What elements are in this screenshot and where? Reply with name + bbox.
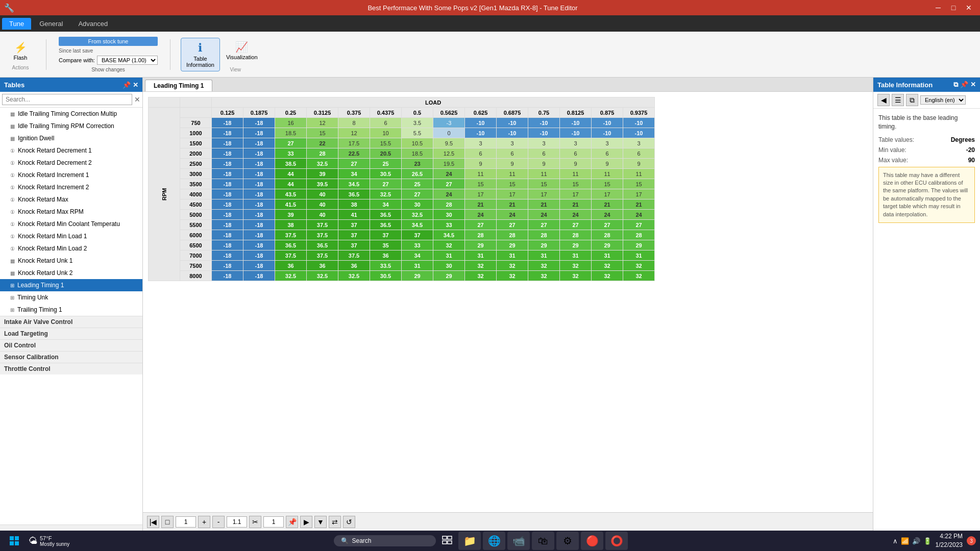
- cell-7500-13[interactable]: 32: [623, 261, 655, 271]
- cell-5500-9[interactable]: 27: [497, 220, 528, 230]
- cell-2000-12[interactable]: 6: [592, 148, 623, 159]
- cell-1000-12[interactable]: -10: [592, 128, 623, 138]
- cell-3000-2[interactable]: 44: [275, 169, 307, 179]
- cell-6500-9[interactable]: 29: [497, 240, 528, 251]
- sidebar-item-idle-trailing-correction[interactable]: ▦ Idle Trailing Timing Correction Multip: [0, 108, 142, 120]
- sidebar-item-leading-timing-1[interactable]: ⊞ Leading Timing 1: [0, 279, 142, 291]
- menu-tab-advanced[interactable]: Advanced: [71, 18, 115, 30]
- cell-2500-5[interactable]: 25: [370, 159, 402, 169]
- menu-tab-tune[interactable]: Tune: [2, 18, 31, 30]
- cell-6500-12[interactable]: 29: [592, 240, 623, 251]
- cell-2000-8[interactable]: 6: [465, 148, 497, 159]
- rp-copy-button[interactable]: ⧉: [906, 94, 918, 106]
- cell-7500-12[interactable]: 32: [592, 261, 623, 271]
- cell-4500-13[interactable]: 21: [623, 199, 655, 210]
- cell-7000-9[interactable]: 31: [497, 251, 528, 261]
- cell-3500-10[interactable]: 15: [528, 179, 560, 189]
- cell-2500-8[interactable]: 9: [465, 159, 497, 169]
- cell-750-10[interactable]: -10: [528, 118, 560, 128]
- cell-6000-9[interactable]: 28: [497, 230, 528, 240]
- cell-3000-12[interactable]: 11: [592, 169, 623, 179]
- cell-2500-9[interactable]: 9: [497, 159, 528, 169]
- rotate-button[interactable]: ↺: [343, 516, 355, 528]
- cell-2500-6[interactable]: 23: [402, 159, 433, 169]
- cell-2500-2[interactable]: 38.5: [275, 159, 307, 169]
- cell-7000-13[interactable]: 31: [623, 251, 655, 261]
- cell-3000-4[interactable]: 34: [338, 169, 370, 179]
- sidebar-item-ignition-dwell[interactable]: ▦ Ignition Dwell: [0, 132, 142, 144]
- language-select[interactable]: English (en): [920, 95, 966, 105]
- cell-5000-3[interactable]: 40: [307, 210, 338, 220]
- cell-6000-6[interactable]: 37: [402, 230, 433, 240]
- cell-6000-5[interactable]: 37: [370, 230, 402, 240]
- table-information-button[interactable]: ℹ TableInformation: [181, 38, 220, 71]
- cell-7000-1[interactable]: -18: [243, 251, 275, 261]
- cell-4000-0[interactable]: -18: [212, 189, 243, 199]
- cell-8000-1[interactable]: -18: [243, 271, 275, 281]
- sidebar-item-idle-trailing-rpm[interactable]: ▦ Idle Trailing Timing RPM Correction: [0, 120, 142, 132]
- cell-2000-0[interactable]: -18: [212, 148, 243, 159]
- cell-1000-9[interactable]: -10: [497, 128, 528, 138]
- cell-6500-6[interactable]: 33: [402, 240, 433, 251]
- taskbar-search-box[interactable]: 🔍 Search: [334, 535, 436, 546]
- cell-750-4[interactable]: 8: [338, 118, 370, 128]
- prev-page-button[interactable]: □: [161, 516, 174, 528]
- cell-5000-5[interactable]: 36.5: [370, 210, 402, 220]
- cell-1500-2[interactable]: 27: [275, 138, 307, 148]
- sidebar-item-knock-increment-2[interactable]: ① Knock Retard Increment 2: [0, 181, 142, 193]
- cell-8000-8[interactable]: 32: [465, 271, 497, 281]
- search-input[interactable]: [2, 94, 132, 105]
- cell-5000-11[interactable]: 24: [560, 210, 592, 220]
- cell-5500-13[interactable]: 27: [623, 220, 655, 230]
- cell-3500-8[interactable]: 15: [465, 179, 497, 189]
- sidebar-item-knock-increment-1[interactable]: ① Knock Retard Increment 1: [0, 169, 142, 181]
- cell-2000-13[interactable]: 6: [623, 148, 655, 159]
- cell-6000-10[interactable]: 28: [528, 230, 560, 240]
- cell-5500-4[interactable]: 37: [338, 220, 370, 230]
- cell-2000-4[interactable]: 22.5: [338, 148, 370, 159]
- cell-1000-6[interactable]: 5.5: [402, 128, 433, 138]
- cell-6500-7[interactable]: 32: [433, 240, 465, 251]
- cell-2500-3[interactable]: 32.5: [307, 159, 338, 169]
- cell-1500-3[interactable]: 22: [307, 138, 338, 148]
- cell-8000-11[interactable]: 32: [560, 271, 592, 281]
- cell-2000-9[interactable]: 6: [497, 148, 528, 159]
- cell-4500-6[interactable]: 30: [402, 199, 433, 210]
- cell-3500-7[interactable]: 27: [433, 179, 465, 189]
- menu-tab-general[interactable]: General: [32, 18, 70, 30]
- cell-7000-5[interactable]: 36: [370, 251, 402, 261]
- cell-4000-6[interactable]: 27: [402, 189, 433, 199]
- cell-3000-5[interactable]: 30.5: [370, 169, 402, 179]
- cell-6500-8[interactable]: 29: [465, 240, 497, 251]
- cell-6000-13[interactable]: 28: [623, 230, 655, 240]
- cell-2500-13[interactable]: 9: [623, 159, 655, 169]
- cell-7500-9[interactable]: 32: [497, 261, 528, 271]
- cell-4500-5[interactable]: 34: [370, 199, 402, 210]
- cell-750-3[interactable]: 12: [307, 118, 338, 128]
- cell-2000-6[interactable]: 18.5: [402, 148, 433, 159]
- minimize-button[interactable]: ─: [931, 1, 945, 15]
- cell-4500-2[interactable]: 41.5: [275, 199, 307, 210]
- cell-6000-3[interactable]: 37.5: [307, 230, 338, 240]
- cell-7500-1[interactable]: -18: [243, 261, 275, 271]
- cell-6500-1[interactable]: -18: [243, 240, 275, 251]
- cell-3000-6[interactable]: 26.5: [402, 169, 433, 179]
- cell-3000-3[interactable]: 39: [307, 169, 338, 179]
- cell-1000-2[interactable]: 18.5: [275, 128, 307, 138]
- cell-8000-6[interactable]: 29: [402, 271, 433, 281]
- cell-7000-12[interactable]: 31: [592, 251, 623, 261]
- cell-3500-5[interactable]: 27: [370, 179, 402, 189]
- cell-8000-3[interactable]: 32.5: [307, 271, 338, 281]
- cell-4500-4[interactable]: 38: [338, 199, 370, 210]
- cell-7000-7[interactable]: 31: [433, 251, 465, 261]
- cell-750-11[interactable]: -10: [560, 118, 592, 128]
- cell-5500-5[interactable]: 36.5: [370, 220, 402, 230]
- cell-5500-11[interactable]: 27: [560, 220, 592, 230]
- cell-4500-1[interactable]: -18: [243, 199, 275, 210]
- cell-7500-2[interactable]: 36: [275, 261, 307, 271]
- cell-7000-2[interactable]: 37.5: [275, 251, 307, 261]
- cell-7000-10[interactable]: 31: [528, 251, 560, 261]
- cell-7000-0[interactable]: -18: [212, 251, 243, 261]
- cell-6000-8[interactable]: 28: [465, 230, 497, 240]
- cell-750-2[interactable]: 16: [275, 118, 307, 128]
